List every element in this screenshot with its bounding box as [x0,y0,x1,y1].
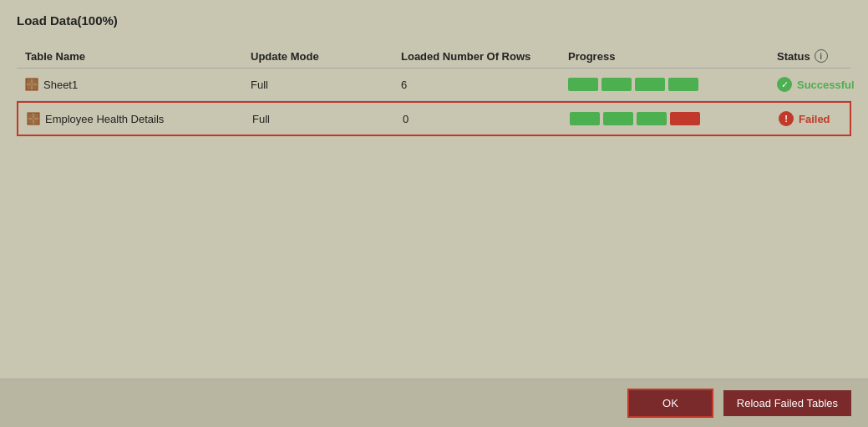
update-mode-sheet1: Full [251,79,268,91]
cell-status-ehd: ! Failed [779,111,841,126]
col-header-progress: Progress [568,49,777,63]
cell-progress-ehd [570,112,779,125]
svg-rect-3 [33,85,38,90]
table-name-sheet1: Sheet1 [43,79,78,91]
progress-bar-2 [602,78,632,91]
loaded-rows-sheet1: 6 [401,79,407,91]
svg-rect-2 [26,85,31,90]
update-mode-ehd: Full [252,113,270,125]
progress-bar-ehd-3 [637,112,667,125]
content-area: Load Data(100%) Table Name Update Mode L… [0,0,868,379]
progress-bars-ehd [570,112,700,125]
col-header-status: Status i [777,49,843,63]
col-header-table-name: Table Name [25,49,251,63]
progress-bar-1 [568,78,598,91]
svg-rect-0 [26,79,31,84]
svg-rect-7 [28,113,33,118]
table-grid-icon-ehd [27,112,40,125]
status-info-icon[interactable]: i [815,49,828,63]
ok-button[interactable]: OK [627,389,713,418]
svg-rect-9 [28,119,33,125]
progress-bar-4 [668,78,698,91]
main-container: Load Data(100%) Table Name Update Mode L… [0,0,868,427]
table-header: Table Name Update Mode Loaded Number Of … [17,44,851,69]
status-text-sheet1: Successful [797,79,855,91]
cell-loaded-rows-sheet1: 6 [401,79,568,91]
cell-table-name-sheet1: Sheet1 [25,78,251,91]
cell-update-mode-sheet1: Full [251,79,401,91]
svg-rect-8 [34,113,39,118]
cell-table-name-ehd: Employee Health Details [27,112,252,125]
col-header-loaded-rows: Loaded Number Of Rows [401,49,568,63]
table-grid-icon [25,78,38,91]
col-header-update-mode: Update Mode [251,49,401,63]
cell-loaded-rows-ehd: 0 [403,113,570,125]
svg-rect-10 [34,119,39,125]
footer: OK Reload Failed Tables [0,379,868,427]
progress-bar-ehd-1 [570,112,600,125]
progress-bar-ehd-2 [603,112,633,125]
progress-bar-3 [635,78,665,91]
progress-bar-ehd-4 [670,112,700,125]
progress-bars-sheet1 [568,78,698,91]
success-icon: ✓ [777,77,792,92]
cell-update-mode-ehd: Full [252,113,403,125]
table-row: Sheet1 Full 6 ✓ [17,69,851,101]
table-container: Table Name Update Mode Loaded Number Of … [17,44,851,136]
table-name-ehd: Employee Health Details [45,113,164,125]
loaded-rows-ehd: 0 [403,113,409,125]
failed-icon: ! [779,111,794,126]
page-title: Load Data(100%) [17,13,851,28]
svg-rect-1 [33,79,38,84]
cell-status-sheet1: ✓ Successful [777,77,855,92]
cell-progress-sheet1 [568,78,777,91]
status-text-ehd: Failed [799,113,830,125]
table-row-failed: Employee Health Details Full 0 [17,101,851,136]
reload-failed-tables-button[interactable]: Reload Failed Tables [723,390,851,416]
